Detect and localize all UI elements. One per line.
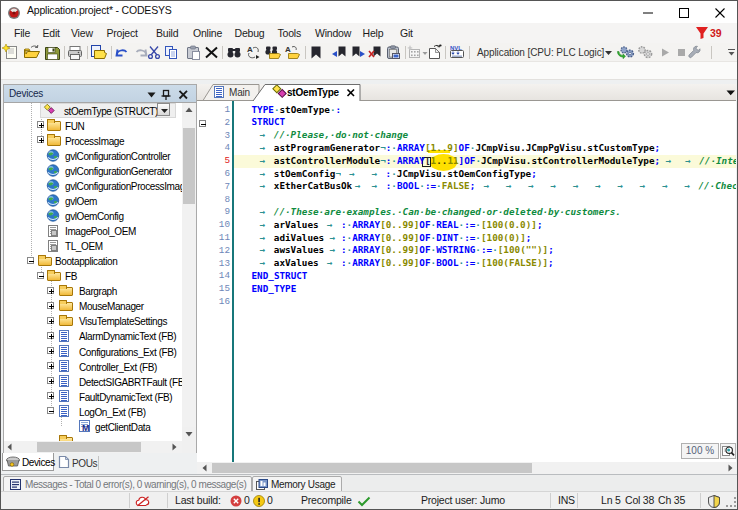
svg-text:A: A [247,45,253,54]
svg-text:A: A [285,45,291,54]
